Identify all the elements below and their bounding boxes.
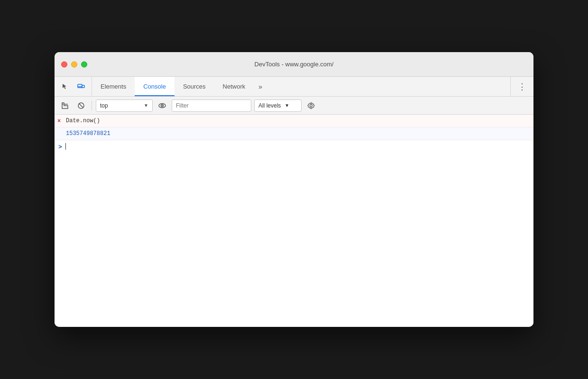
devtools-window: DevTools - www.google.com/ Elements	[55, 52, 533, 327]
console-result-text: 1535749878821	[66, 130, 110, 137]
device-icon	[77, 83, 85, 90]
entry-error-icon: ×	[57, 117, 61, 126]
console-entry-command: × Date.now()	[55, 115, 533, 127]
more-tabs-button[interactable]: »	[254, 77, 267, 96]
console-output[interactable]: × Date.now() 1535749878821 >	[55, 115, 533, 327]
clear-console-button[interactable]	[58, 99, 72, 112]
clear-icon	[61, 102, 69, 109]
tab-sources[interactable]: Sources	[175, 77, 214, 96]
more-menu-button[interactable]: ⋮	[515, 80, 529, 93]
block-icon	[77, 102, 85, 109]
device-toggle-button[interactable]	[74, 80, 88, 93]
svg-rect-1	[82, 85, 84, 88]
window-title: DevTools - www.google.com/	[255, 61, 334, 68]
cursor-icon	[61, 83, 69, 90]
context-selector[interactable]: top ▼	[96, 99, 153, 112]
console-input-row[interactable]: >	[55, 140, 533, 157]
tab-network[interactable]: Network	[214, 77, 254, 96]
console-cursor-line	[65, 143, 66, 150]
svg-line-7	[79, 103, 83, 108]
eye-icon	[158, 102, 166, 109]
tab-bar-icons	[55, 77, 92, 96]
tab-bar-right: ⋮	[510, 77, 533, 96]
block-requests-button[interactable]	[74, 99, 88, 112]
console-command-text: Date.now()	[66, 117, 100, 124]
console-entry-result: 1535749878821	[55, 127, 533, 140]
title-bar: DevTools - www.google.com/	[55, 52, 533, 77]
svg-marker-3	[62, 103, 68, 108]
watch-expressions-button[interactable]	[156, 99, 169, 112]
tab-bar: Elements Console Sources Network » ⋮	[55, 77, 533, 97]
log-levels-selector[interactable]: All levels ▼	[254, 99, 302, 112]
filter-input[interactable]	[172, 99, 251, 112]
svg-point-10	[162, 105, 163, 106]
gear-icon	[307, 102, 315, 109]
tab-console[interactable]: Console	[135, 77, 175, 96]
svg-rect-0	[78, 84, 82, 88]
maximize-button[interactable]	[81, 61, 87, 67]
console-toolbar: top ▼ All levels ▼	[55, 97, 533, 115]
tab-elements[interactable]: Elements	[92, 77, 135, 96]
close-button[interactable]	[61, 61, 67, 67]
levels-arrow: ▼	[285, 103, 289, 108]
minimize-button[interactable]	[71, 61, 77, 67]
settings-button[interactable]	[304, 99, 318, 112]
traffic-lights	[61, 61, 87, 67]
cursor	[65, 143, 66, 150]
toolbar-separator	[92, 101, 92, 110]
svg-point-11	[310, 104, 312, 107]
inspect-element-button[interactable]	[58, 80, 72, 93]
tabs-container: Elements Console Sources Network »	[92, 77, 510, 96]
prompt-chevron: >	[58, 144, 62, 151]
context-arrow: ▼	[144, 103, 148, 108]
